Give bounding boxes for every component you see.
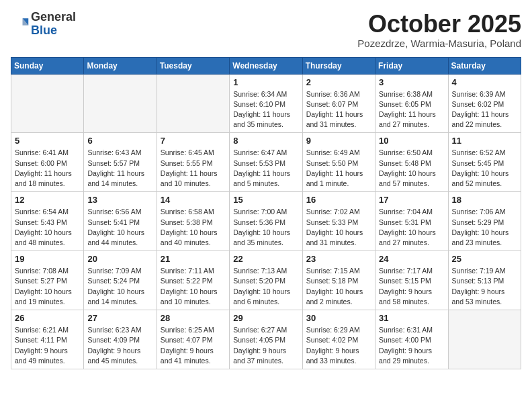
calendar-header-row: SundayMondayTuesdayWednesdayThursdayFrid… bbox=[11, 57, 521, 74]
calendar-cell: 19Sunrise: 7:08 AMSunset: 5:27 PMDayligh… bbox=[11, 251, 84, 310]
calendar-cell: 17Sunrise: 7:04 AMSunset: 5:31 PMDayligh… bbox=[375, 192, 448, 251]
day-number: 6 bbox=[87, 136, 152, 146]
logo-general-text: General bbox=[31, 10, 76, 24]
day-info: Sunrise: 7:13 AMSunset: 5:20 PMDaylight:… bbox=[233, 266, 298, 307]
day-number: 21 bbox=[161, 254, 226, 264]
day-number: 28 bbox=[161, 313, 226, 323]
calendar-cell: 25Sunrise: 7:19 AMSunset: 5:13 PMDayligh… bbox=[448, 251, 521, 310]
day-info: Sunrise: 7:02 AMSunset: 5:33 PMDaylight:… bbox=[306, 207, 371, 248]
calendar-cell: 12Sunrise: 6:54 AMSunset: 5:43 PMDayligh… bbox=[11, 192, 84, 251]
day-info: Sunrise: 6:49 AMSunset: 5:50 PMDaylight:… bbox=[306, 148, 371, 189]
day-number: 27 bbox=[87, 313, 152, 323]
day-info: Sunrise: 6:36 AMSunset: 6:07 PMDaylight:… bbox=[306, 89, 371, 130]
week-row-3: 12Sunrise: 6:54 AMSunset: 5:43 PMDayligh… bbox=[11, 192, 521, 251]
calendar-cell: 27Sunrise: 6:23 AMSunset: 4:09 PMDayligh… bbox=[84, 310, 157, 369]
calendar-cell: 26Sunrise: 6:21 AMSunset: 4:11 PMDayligh… bbox=[11, 310, 84, 369]
day-number: 9 bbox=[306, 136, 371, 146]
calendar-cell: 14Sunrise: 6:58 AMSunset: 5:38 PMDayligh… bbox=[157, 192, 229, 251]
day-number: 11 bbox=[452, 136, 517, 146]
calendar-cell bbox=[84, 74, 157, 133]
page-header: General Blue October 2025 Pozezdrze, War… bbox=[11, 11, 521, 49]
calendar-cell: 22Sunrise: 7:13 AMSunset: 5:20 PMDayligh… bbox=[230, 251, 302, 310]
week-row-1: 1Sunrise: 6:34 AMSunset: 6:10 PMDaylight… bbox=[11, 74, 521, 133]
day-info: Sunrise: 6:23 AMSunset: 4:09 PMDaylight:… bbox=[87, 325, 152, 366]
day-number: 12 bbox=[15, 195, 80, 205]
day-info: Sunrise: 7:08 AMSunset: 5:27 PMDaylight:… bbox=[15, 266, 80, 307]
calendar-cell: 16Sunrise: 7:02 AMSunset: 5:33 PMDayligh… bbox=[302, 192, 375, 251]
calendar-cell: 15Sunrise: 7:00 AMSunset: 5:36 PMDayligh… bbox=[230, 192, 302, 251]
day-header-wednesday: Wednesday bbox=[230, 57, 302, 74]
day-info: Sunrise: 7:15 AMSunset: 5:18 PMDaylight:… bbox=[306, 266, 371, 307]
day-number: 7 bbox=[161, 136, 226, 146]
calendar-cell: 28Sunrise: 6:25 AMSunset: 4:07 PMDayligh… bbox=[157, 310, 229, 369]
logo-blue-text: Blue bbox=[31, 24, 57, 37]
week-row-5: 26Sunrise: 6:21 AMSunset: 4:11 PMDayligh… bbox=[11, 310, 521, 369]
calendar-cell: 10Sunrise: 6:50 AMSunset: 5:48 PMDayligh… bbox=[375, 133, 448, 192]
calendar-cell bbox=[448, 310, 521, 369]
logo: General Blue bbox=[11, 11, 76, 38]
day-number: 22 bbox=[233, 254, 298, 264]
day-info: Sunrise: 6:21 AMSunset: 4:11 PMDaylight:… bbox=[15, 325, 80, 366]
calendar-cell: 18Sunrise: 7:06 AMSunset: 5:29 PMDayligh… bbox=[448, 192, 521, 251]
day-number: 13 bbox=[87, 195, 152, 205]
day-info: Sunrise: 7:00 AMSunset: 5:36 PMDaylight:… bbox=[233, 207, 298, 248]
day-info: Sunrise: 6:31 AMSunset: 4:00 PMDaylight:… bbox=[379, 325, 444, 366]
day-number: 14 bbox=[161, 195, 226, 205]
day-number: 24 bbox=[379, 254, 444, 264]
location-subtitle: Pozezdrze, Warmia-Masuria, Poland bbox=[357, 38, 521, 49]
week-row-2: 5Sunrise: 6:41 AMSunset: 6:00 PMDaylight… bbox=[11, 133, 521, 192]
day-info: Sunrise: 7:06 AMSunset: 5:29 PMDaylight:… bbox=[452, 207, 517, 248]
calendar-cell: 30Sunrise: 6:29 AMSunset: 4:02 PMDayligh… bbox=[302, 310, 375, 369]
day-number: 20 bbox=[87, 254, 152, 264]
day-number: 18 bbox=[452, 195, 517, 205]
day-info: Sunrise: 6:39 AMSunset: 6:02 PMDaylight:… bbox=[452, 89, 517, 130]
day-number: 5 bbox=[15, 136, 80, 146]
day-number: 25 bbox=[452, 254, 517, 264]
calendar-cell: 24Sunrise: 7:17 AMSunset: 5:15 PMDayligh… bbox=[375, 251, 448, 310]
calendar-cell: 3Sunrise: 6:38 AMSunset: 6:05 PMDaylight… bbox=[375, 74, 448, 133]
title-block: October 2025 Pozezdrze, Warmia-Masuria, … bbox=[357, 11, 521, 49]
calendar-cell: 23Sunrise: 7:15 AMSunset: 5:18 PMDayligh… bbox=[302, 251, 375, 310]
logo-icon bbox=[11, 15, 30, 34]
day-info: Sunrise: 6:45 AMSunset: 5:55 PMDaylight:… bbox=[161, 148, 226, 189]
day-info: Sunrise: 7:04 AMSunset: 5:31 PMDaylight:… bbox=[379, 207, 444, 248]
calendar-cell: 1Sunrise: 6:34 AMSunset: 6:10 PMDaylight… bbox=[230, 74, 302, 133]
day-number: 1 bbox=[233, 77, 298, 87]
calendar-cell: 11Sunrise: 6:52 AMSunset: 5:45 PMDayligh… bbox=[448, 133, 521, 192]
day-info: Sunrise: 6:58 AMSunset: 5:38 PMDaylight:… bbox=[161, 207, 226, 248]
calendar-cell: 8Sunrise: 6:47 AMSunset: 5:53 PMDaylight… bbox=[230, 133, 302, 192]
calendar-cell: 2Sunrise: 6:36 AMSunset: 6:07 PMDaylight… bbox=[302, 74, 375, 133]
day-number: 3 bbox=[379, 77, 444, 87]
day-info: Sunrise: 6:43 AMSunset: 5:57 PMDaylight:… bbox=[87, 148, 152, 189]
day-info: Sunrise: 7:17 AMSunset: 5:15 PMDaylight:… bbox=[379, 266, 444, 307]
day-info: Sunrise: 6:41 AMSunset: 6:00 PMDaylight:… bbox=[15, 148, 80, 189]
day-number: 17 bbox=[379, 195, 444, 205]
day-info: Sunrise: 6:52 AMSunset: 5:45 PMDaylight:… bbox=[452, 148, 517, 189]
day-info: Sunrise: 6:25 AMSunset: 4:07 PMDaylight:… bbox=[161, 325, 226, 366]
calendar-cell: 9Sunrise: 6:49 AMSunset: 5:50 PMDaylight… bbox=[302, 133, 375, 192]
day-info: Sunrise: 6:56 AMSunset: 5:41 PMDaylight:… bbox=[87, 207, 152, 248]
day-header-sunday: Sunday bbox=[11, 57, 84, 74]
day-header-saturday: Saturday bbox=[448, 57, 521, 74]
calendar-table: SundayMondayTuesdayWednesdayThursdayFrid… bbox=[11, 57, 521, 369]
day-info: Sunrise: 7:19 AMSunset: 5:13 PMDaylight:… bbox=[452, 266, 517, 307]
day-info: Sunrise: 6:27 AMSunset: 4:05 PMDaylight:… bbox=[233, 325, 298, 366]
day-info: Sunrise: 6:54 AMSunset: 5:43 PMDaylight:… bbox=[15, 207, 80, 248]
calendar-cell bbox=[11, 74, 84, 133]
month-title: October 2025 bbox=[357, 11, 521, 38]
calendar-cell: 20Sunrise: 7:09 AMSunset: 5:24 PMDayligh… bbox=[84, 251, 157, 310]
calendar-cell: 13Sunrise: 6:56 AMSunset: 5:41 PMDayligh… bbox=[84, 192, 157, 251]
calendar-cell bbox=[157, 74, 229, 133]
day-info: Sunrise: 6:50 AMSunset: 5:48 PMDaylight:… bbox=[379, 148, 444, 189]
day-info: Sunrise: 6:47 AMSunset: 5:53 PMDaylight:… bbox=[233, 148, 298, 189]
day-header-thursday: Thursday bbox=[302, 57, 375, 74]
day-number: 15 bbox=[233, 195, 298, 205]
day-number: 29 bbox=[233, 313, 298, 323]
day-info: Sunrise: 7:09 AMSunset: 5:24 PMDaylight:… bbox=[87, 266, 152, 307]
calendar-cell: 6Sunrise: 6:43 AMSunset: 5:57 PMDaylight… bbox=[84, 133, 157, 192]
calendar-cell: 7Sunrise: 6:45 AMSunset: 5:55 PMDaylight… bbox=[157, 133, 229, 192]
day-number: 16 bbox=[306, 195, 371, 205]
day-number: 10 bbox=[379, 136, 444, 146]
day-number: 26 bbox=[15, 313, 80, 323]
day-number: 31 bbox=[379, 313, 444, 323]
